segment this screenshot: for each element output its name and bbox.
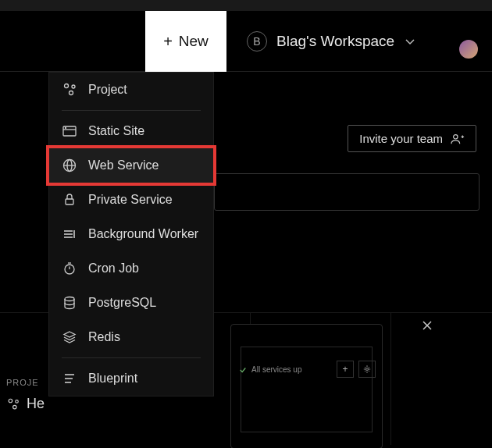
window-titlebar xyxy=(0,0,492,11)
menu-divider xyxy=(62,357,201,358)
menu-item-postgresql[interactable]: PostgreSQL xyxy=(49,286,213,320)
svg-point-25 xyxy=(13,405,17,409)
menu-divider xyxy=(62,110,201,111)
menu-item-static-site[interactable]: Static Site xyxy=(49,114,213,148)
project-icon xyxy=(6,397,20,411)
highlight-box: Web Service xyxy=(46,145,216,186)
close-icon xyxy=(422,320,433,331)
menu-item-redis[interactable]: Redis xyxy=(49,320,213,354)
browser-icon xyxy=(62,123,77,139)
menu-item-label: Project xyxy=(88,83,127,97)
panel-actions: + xyxy=(337,361,376,378)
project-row[interactable]: He xyxy=(6,396,45,412)
menu-item-label: Background Worker xyxy=(88,227,198,241)
new-dropdown-menu: Project Static Site Web Service Private … xyxy=(48,72,214,396)
svg-point-5 xyxy=(66,128,66,129)
check-icon xyxy=(239,366,247,374)
svg-point-1 xyxy=(70,91,73,95)
svg-point-24 xyxy=(9,399,12,403)
workspace-switcher[interactable]: B Blag's Workspace xyxy=(234,11,429,72)
new-button-label: New xyxy=(179,33,209,50)
menu-item-label: PostgreSQL xyxy=(88,296,156,310)
workspace-avatar: B xyxy=(247,31,267,52)
status-text: All services up xyxy=(251,365,301,374)
svg-point-2 xyxy=(72,85,75,88)
menu-item-label: Cron Job xyxy=(88,261,139,276)
menu-item-project[interactable]: Project xyxy=(49,73,213,107)
project-name: He xyxy=(27,396,45,412)
menu-item-cron-job[interactable]: Cron Job xyxy=(49,251,213,286)
svg-point-0 xyxy=(65,84,69,88)
new-button[interactable]: + New xyxy=(145,11,226,72)
database-icon xyxy=(62,295,77,311)
menu-item-web-service[interactable]: Web Service xyxy=(49,148,213,183)
queue-icon xyxy=(62,226,77,242)
service-status: All services up xyxy=(239,365,301,374)
menu-item-background-worker[interactable]: Background Worker xyxy=(49,217,213,251)
svg-point-21 xyxy=(454,134,458,138)
close-button[interactable] xyxy=(422,320,433,331)
gear-icon xyxy=(362,364,372,374)
menu-item-private-service[interactable]: Private Service xyxy=(49,183,213,217)
service-panel-inner xyxy=(241,347,373,432)
svg-point-26 xyxy=(16,400,19,403)
menu-item-label: Private Service xyxy=(88,193,173,207)
stopwatch-icon xyxy=(62,261,77,276)
user-avatar[interactable] xyxy=(459,40,478,59)
plus-icon: + xyxy=(163,34,173,49)
menu-item-blueprint[interactable]: Blueprint xyxy=(49,361,213,396)
svg-rect-9 xyxy=(66,199,73,204)
menu-item-label: Static Site xyxy=(88,124,144,138)
globe-icon xyxy=(62,158,77,173)
user-plus-icon xyxy=(451,133,465,145)
workspace-name: Blag's Workspace xyxy=(276,33,394,50)
lock-icon xyxy=(62,192,77,208)
projects-section-label: PROJE xyxy=(6,378,39,387)
chevron-down-icon xyxy=(404,35,416,48)
project-icon xyxy=(62,82,77,98)
svg-point-17 xyxy=(65,297,74,301)
menu-item-label: Redis xyxy=(88,330,120,344)
invite-label: Invite your team xyxy=(359,132,443,145)
service-panel[interactable]: All services up + xyxy=(230,324,383,448)
menu-item-label: Web Service xyxy=(88,158,159,172)
menu-item-label: Blueprint xyxy=(88,372,137,386)
settings-button[interactable] xyxy=(358,361,376,378)
list-icon xyxy=(62,371,77,386)
svg-point-27 xyxy=(366,368,369,371)
add-service-button[interactable]: + xyxy=(337,361,354,378)
search-input[interactable] xyxy=(214,173,480,211)
layers-icon xyxy=(62,329,77,345)
invite-team-button[interactable]: Invite your team xyxy=(348,125,476,152)
header: + New B Blag's Workspace xyxy=(0,11,492,72)
